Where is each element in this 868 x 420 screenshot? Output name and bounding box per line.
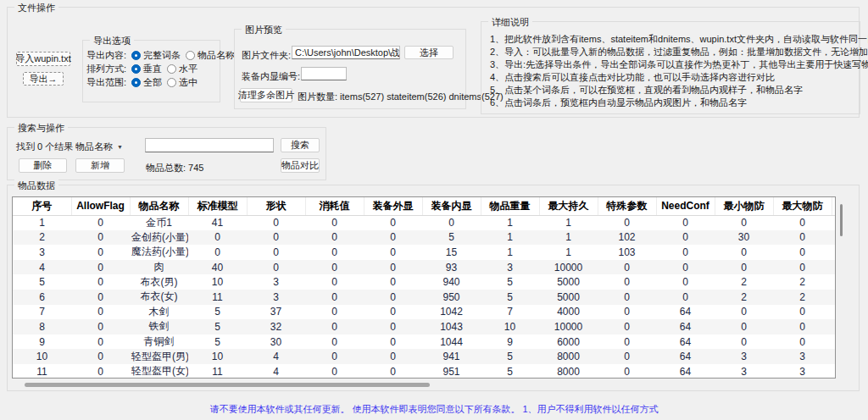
- table-cell[interactable]: 5: [481, 274, 539, 290]
- table-cell[interactable]: 0: [656, 215, 715, 230]
- column-header[interactable]: NeedConf: [656, 197, 715, 215]
- table-cell[interactable]: 10: [13, 349, 71, 364]
- table-row[interactable]: 110轻型盔甲(女)114009515800006433: [13, 364, 835, 379]
- table-row[interactable]: 20金创药(小量)00005111020300: [13, 230, 835, 246]
- table-cell[interactable]: 0: [598, 260, 656, 275]
- table-cell[interactable]: 1: [13, 215, 71, 230]
- radio-unselected-icon[interactable]: [186, 51, 195, 60]
- table-row[interactable]: 80铁剑532001043101000006400: [13, 319, 835, 334]
- table-cell[interactable]: 布衣(男): [130, 274, 188, 290]
- table-cell[interactable]: 3: [773, 349, 832, 364]
- table-cell[interactable]: 93: [422, 260, 481, 275]
- table-row[interactable]: 100轻型盔甲(男)104009415800006433: [13, 349, 835, 364]
- table-cell[interactable]: 2: [773, 290, 832, 305]
- table-cell[interactable]: 0: [71, 274, 130, 290]
- table-cell[interactable]: 10000: [539, 260, 598, 275]
- table-cell[interactable]: 8000: [539, 364, 598, 379]
- table-cell[interactable]: 0: [715, 319, 773, 334]
- radio-selected-icon[interactable]: [131, 64, 141, 74]
- table-cell[interactable]: 0: [71, 334, 130, 350]
- table-cell[interactable]: 11: [188, 364, 247, 379]
- table-cell[interactable]: 2: [715, 274, 773, 290]
- radio-option-label[interactable]: 物品名称: [198, 49, 235, 62]
- table-cell[interactable]: 4: [13, 260, 71, 275]
- table-cell[interactable]: 0: [305, 290, 364, 305]
- table-cell[interactable]: 941: [422, 349, 481, 364]
- table-cell[interactable]: 0: [247, 260, 305, 275]
- table-cell[interactable]: 0: [71, 290, 130, 305]
- column-header[interactable]: 物品重量: [481, 197, 539, 215]
- table-cell[interactable]: 32: [247, 319, 305, 334]
- table-row[interactable]: 30魔法药(小量)00001511103000: [13, 245, 835, 260]
- table-cell[interactable]: 0: [305, 319, 364, 334]
- table-cell[interactable]: 10000: [539, 319, 598, 334]
- table-cell[interactable]: 轻型盔甲(女): [130, 364, 188, 379]
- table-cell[interactable]: 8000: [539, 349, 598, 364]
- table-cell[interactable]: 1: [481, 215, 539, 230]
- table-cell[interactable]: 5: [481, 290, 539, 305]
- table-row[interactable]: 90青铜剑5300010449600006400: [13, 334, 835, 350]
- column-header[interactable]: 消耗值: [305, 197, 364, 215]
- table-cell[interactable]: 0: [598, 319, 656, 334]
- table-cell[interactable]: 5: [13, 274, 71, 290]
- table-cell[interactable]: 0: [773, 334, 832, 350]
- table-cell[interactable]: 1: [539, 230, 598, 246]
- table-cell[interactable]: 0: [656, 274, 715, 290]
- table-cell[interactable]: 10: [188, 349, 247, 364]
- table-cell[interactable]: 951: [422, 364, 481, 379]
- table-cell[interactable]: 0: [715, 215, 773, 230]
- table-cell[interactable]: 0: [305, 305, 364, 320]
- column-header[interactable]: 最小物防: [715, 197, 773, 215]
- table-cell[interactable]: 0: [598, 305, 656, 320]
- export-button[interactable]: 导出→: [23, 72, 64, 86]
- table-cell[interactable]: 0: [656, 230, 715, 246]
- table-cell[interactable]: 3: [247, 274, 305, 290]
- table-cell[interactable]: 102: [598, 230, 656, 246]
- table-cell[interactable]: 0: [305, 364, 364, 379]
- table-cell[interactable]: 3: [773, 364, 832, 379]
- table-cell[interactable]: 0: [598, 349, 656, 364]
- table-cell[interactable]: 3: [481, 260, 539, 275]
- table-cell[interactable]: 7: [13, 305, 71, 320]
- table-cell[interactable]: 0: [305, 334, 364, 350]
- image-folder-input[interactable]: C:\Users\john\Desktop\战神引擎物品: [292, 46, 400, 59]
- table-cell[interactable]: 0: [71, 260, 130, 275]
- table-cell[interactable]: 3: [247, 290, 305, 305]
- radio-unselected-icon[interactable]: [167, 78, 176, 87]
- table-cell[interactable]: 轻型盔甲(男): [130, 349, 188, 364]
- table-cell[interactable]: 0: [188, 230, 247, 246]
- table-cell[interactable]: 64: [656, 349, 715, 364]
- table-row[interactable]: 40肉40000933100000000: [13, 260, 835, 275]
- table-cell[interactable]: 10: [481, 319, 539, 334]
- horizontal-scrollbar-thumb[interactable]: [25, 383, 430, 387]
- table-cell[interactable]: 0: [71, 349, 130, 364]
- table-cell[interactable]: 0: [71, 364, 130, 379]
- table-cell[interactable]: 0: [715, 245, 773, 260]
- import-wupin-button[interactable]: 导入wupin.txt: [16, 52, 70, 66]
- table-cell[interactable]: 5000: [539, 274, 598, 290]
- table-cell[interactable]: 0: [715, 305, 773, 320]
- column-header[interactable]: 最大物防: [773, 197, 832, 215]
- table-cell[interactable]: 0: [773, 230, 832, 246]
- table-cell[interactable]: 0: [364, 319, 422, 334]
- table-cell[interactable]: 0: [364, 364, 422, 379]
- table-cell[interactable]: 3: [715, 364, 773, 379]
- table-cell[interactable]: 5: [188, 334, 247, 350]
- table-cell[interactable]: 0: [305, 349, 364, 364]
- table-cell[interactable]: 0: [715, 334, 773, 350]
- column-header[interactable]: 最大持久: [539, 197, 598, 215]
- table-cell[interactable]: 0: [773, 245, 832, 260]
- table-cell[interactable]: 0: [364, 305, 422, 320]
- table-cell[interactable]: 0: [305, 260, 364, 275]
- table-cell[interactable]: 6000: [539, 334, 598, 350]
- table-cell[interactable]: 30: [715, 230, 773, 246]
- table-cell[interactable]: 5: [422, 230, 481, 246]
- table-cell[interactable]: 0: [598, 274, 656, 290]
- table-cell[interactable]: 0: [305, 274, 364, 290]
- compare-button[interactable]: 物品对比: [281, 158, 320, 173]
- table-cell[interactable]: 布衣(女): [130, 290, 188, 305]
- table-cell[interactable]: 9: [481, 334, 539, 350]
- table-cell[interactable]: 肉: [130, 260, 188, 275]
- table-row[interactable]: 70木剑5370010427400006400: [13, 305, 835, 320]
- table-cell[interactable]: 11: [188, 290, 247, 305]
